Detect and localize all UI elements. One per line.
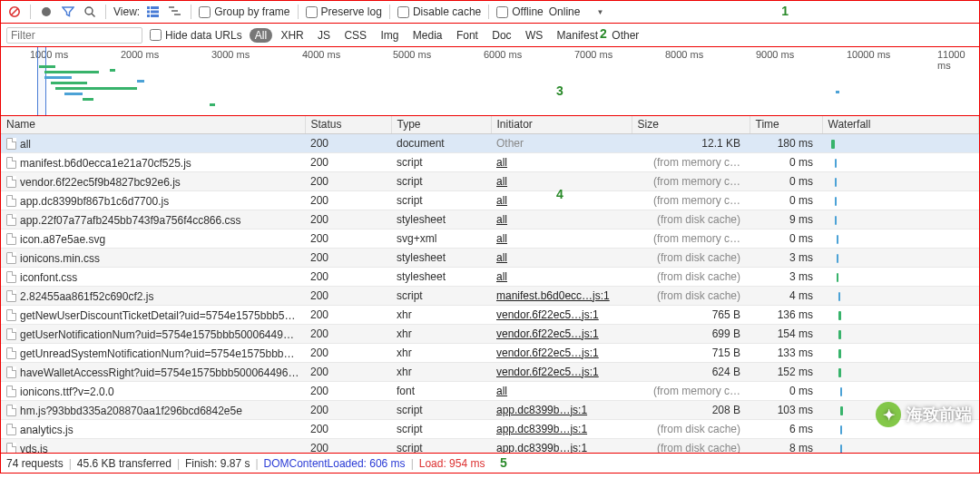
- cell-name: getUnreadSystemNotificationNum?uid=5754e…: [1, 343, 305, 362]
- cell-initiator[interactable]: vendor.6f22ec5…js:1: [491, 362, 632, 381]
- filter-chip-img[interactable]: Img: [375, 28, 404, 43]
- table-row[interactable]: getNewUserDiscountTicketDetail?uid=5754e…: [1, 305, 979, 324]
- view-waterfall-icon[interactable]: [167, 4, 183, 20]
- cell-type: script: [391, 419, 491, 438]
- table-row[interactable]: getUserNotificationNum?uid=5754e1575bbb5…: [1, 324, 979, 343]
- filter-chip-font[interactable]: Font: [451, 28, 484, 43]
- cell-status: 200: [305, 267, 391, 286]
- column-type[interactable]: Type: [391, 116, 491, 133]
- disable-cache-checkbox[interactable]: Disable cache: [397, 5, 481, 18]
- filter-chip-js[interactable]: JS: [312, 28, 336, 43]
- filter-chip-ws[interactable]: WS: [520, 28, 548, 43]
- file-icon: [6, 233, 16, 245]
- cell-initiator[interactable]: all: [491, 210, 632, 229]
- table-row[interactable]: app.dc8399bf867b1c6d7700.js200scriptall(…: [1, 190, 979, 210]
- filter-chip-all[interactable]: All: [250, 28, 272, 43]
- waterfall-bar: [838, 292, 840, 301]
- search-icon[interactable]: [82, 4, 98, 20]
- column-time[interactable]: Time: [750, 116, 822, 133]
- timeline-tick: 3000 ms: [211, 49, 250, 60]
- timeline-bar: [44, 71, 99, 73]
- timeline-tick: 8000 ms: [665, 49, 703, 60]
- table-row[interactable]: iconfont.css200stylesheetall(from disk c…: [1, 267, 979, 286]
- waterfall-bar: [835, 216, 837, 225]
- cell-initiator[interactable]: app.dc8399b…js:1: [491, 400, 632, 419]
- separator: [298, 5, 299, 19]
- cell-name: ionicons.ttf?v=2.0.0: [1, 381, 305, 400]
- table-row[interactable]: icon.a87e5ae.svg200svg+xmlall(from memor…: [1, 229, 979, 248]
- table-row[interactable]: vds.js200scriptapp.dc8399b…js:1(from dis…: [1, 438, 979, 454]
- table-row[interactable]: ionicons.ttf?v=2.0.0200fontall(from memo…: [1, 381, 979, 400]
- cell-initiator[interactable]: all: [491, 381, 632, 400]
- waterfall-bar: [837, 235, 838, 244]
- offline-checkbox[interactable]: Offline: [496, 5, 543, 18]
- filter-input[interactable]: [6, 27, 142, 44]
- cell-waterfall: [822, 210, 979, 229]
- filter-chip-other[interactable]: Other: [606, 28, 644, 43]
- table-row[interactable]: app.22f07a77afb245bb743f9a756f4cc866.css…: [1, 210, 979, 229]
- cell-waterfall: [822, 152, 979, 171]
- column-size[interactable]: Size: [632, 116, 750, 133]
- cell-size: (from disk cache): [632, 248, 750, 267]
- file-icon: [6, 195, 16, 207]
- cell-time: 152 ms: [750, 362, 822, 381]
- table-row[interactable]: vendor.6f22ec5f9b4827bc92e6.js200scripta…: [1, 171, 979, 190]
- cell-initiator[interactable]: app.dc8399b…js:1: [491, 438, 632, 454]
- cell-waterfall: [822, 305, 979, 324]
- table-row[interactable]: ionicons.min.css200stylesheetall(from di…: [1, 248, 979, 267]
- filter-chip-xhr[interactable]: XHR: [275, 28, 309, 43]
- column-status[interactable]: Status: [305, 116, 391, 133]
- cell-type: script: [391, 438, 491, 454]
- throttling-dropdown[interactable]: Online ▼: [549, 5, 604, 18]
- table-row[interactable]: all200documentOther12.1 KB180 ms: [1, 133, 979, 152]
- separator: [488, 5, 489, 19]
- timeline-overview[interactable]: 1000 ms2000 ms3000 ms4000 ms5000 ms6000 …: [0, 47, 980, 116]
- cell-initiator[interactable]: all: [491, 152, 632, 171]
- stop-recording-icon[interactable]: [6, 4, 23, 20]
- status-bar: 74 requests | 45.6 KB transferred | Fini…: [0, 454, 980, 474]
- status-domcontentloaded: DOMContentLoaded: 606 ms: [264, 457, 406, 470]
- cell-size: (from disk cache): [632, 286, 750, 305]
- preserve-log-checkbox[interactable]: Preserve log: [306, 5, 382, 18]
- annotation: 5: [500, 455, 507, 470]
- cell-type: font: [391, 381, 491, 400]
- table-row[interactable]: 2.82455aa861f52c690cf2.js200scriptmanife…: [1, 286, 979, 305]
- timeline-bar: [44, 76, 72, 79]
- column-initiator[interactable]: Initiator: [491, 116, 632, 133]
- hide-data-urls-checkbox[interactable]: Hide data URLs: [150, 29, 242, 42]
- table-row[interactable]: manifest.b6d0ecca1e21a70cf525.js200scrip…: [1, 152, 979, 171]
- column-name[interactable]: Name: [1, 116, 305, 133]
- table-row[interactable]: analytics.js200scriptapp.dc8399b…js:1(fr…: [1, 419, 979, 438]
- cell-name: vds.js: [1, 438, 305, 454]
- view-list-icon[interactable]: [145, 4, 162, 20]
- label: Offline: [512, 5, 543, 18]
- cell-initiator[interactable]: all: [491, 229, 632, 248]
- cell-initiator[interactable]: app.dc8399b…js:1: [491, 419, 632, 438]
- group-by-frame-checkbox[interactable]: Group by frame: [199, 5, 289, 18]
- column-waterfall[interactable]: Waterfall: [822, 116, 979, 133]
- filter-chip-media[interactable]: Media: [407, 28, 448, 43]
- file-icon: [6, 309, 16, 321]
- file-icon: [6, 252, 16, 264]
- cell-initiator[interactable]: vendor.6f22ec5…js:1: [491, 343, 632, 362]
- file-icon: [6, 347, 16, 359]
- filter-chip-doc[interactable]: Doc: [486, 28, 516, 43]
- record-icon[interactable]: [38, 4, 54, 20]
- table-row[interactable]: haveWalletAccessRight?uid=5754e1575bbb50…: [1, 362, 979, 381]
- cell-initiator[interactable]: vendor.6f22ec5…js:1: [491, 324, 632, 343]
- cell-initiator[interactable]: all: [491, 248, 632, 267]
- svg-rect-5: [151, 6, 159, 9]
- filter-chip-manifest[interactable]: Manifest: [552, 28, 603, 43]
- cell-time: 180 ms: [750, 133, 822, 152]
- svg-rect-11: [172, 10, 178, 12]
- filter-icon[interactable]: [60, 4, 76, 20]
- cell-initiator[interactable]: vendor.6f22ec5…js:1: [491, 305, 632, 324]
- cell-initiator[interactable]: manifest.b6d0ecc…js:1: [491, 286, 632, 305]
- filter-chip-css[interactable]: CSS: [338, 28, 372, 43]
- cell-size: 715 B: [632, 343, 750, 362]
- waterfall-bar: [840, 406, 843, 415]
- cell-initiator[interactable]: all: [491, 267, 632, 286]
- cell-size: (from memory c…: [632, 152, 750, 171]
- table-row[interactable]: hm.js?93bbd335a208870aa1f296bcd6842e5e20…: [1, 400, 979, 419]
- table-row[interactable]: getUnreadSystemNotificationNum?uid=5754e…: [1, 343, 979, 362]
